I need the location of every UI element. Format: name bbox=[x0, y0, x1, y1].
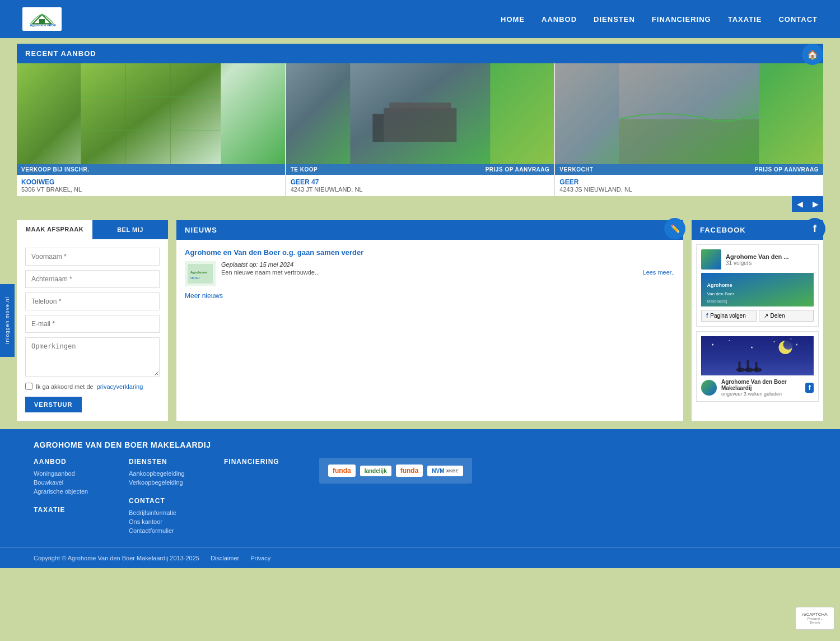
main-nav: HOME AANBOD DIENSTEN FINANCIERING TAXATI… bbox=[501, 15, 818, 24]
property-card-3[interactable]: VERKOCHT PRIJS OP AANVRAAG GEER 4243 JS … bbox=[554, 63, 823, 196]
telefoon-field[interactable] bbox=[25, 292, 160, 310]
fb-post-footer: Agrohome Van den Boer Makelaardij ongeve… bbox=[701, 379, 814, 397]
form-tabs: MAAK AFSPRAAK BEL MIJ bbox=[17, 220, 168, 239]
footer-logos-box: funda landelijk funda NVM XKBE bbox=[319, 458, 472, 484]
footer-bouwkavel[interactable]: Bouwkavel bbox=[34, 479, 106, 486]
fb-cover-image: Agrohome Van den Boer Makelaardij bbox=[701, 273, 814, 306]
fb-header-area: FACEBOOK f bbox=[692, 220, 823, 240]
svg-rect-33 bbox=[739, 361, 741, 371]
fb-follow-button[interactable]: f Pagina volgen bbox=[701, 310, 757, 322]
voornaam-field[interactable] bbox=[25, 248, 160, 266]
sidebar-label: Inloggen move.nl bbox=[4, 297, 10, 345]
svg-point-31 bbox=[783, 340, 794, 350]
svg-rect-14 bbox=[619, 119, 759, 164]
footer-contact-section: CONTACT Bedrijfsinformatie Ons kantoor C… bbox=[129, 497, 202, 534]
fb-action-buttons: f Pagina volgen ↗ Delen bbox=[701, 310, 814, 322]
footer-aanbod-title: AANBOD bbox=[34, 458, 106, 466]
fb-followers: 31 volgers bbox=[726, 260, 788, 266]
email-field[interactable] bbox=[25, 315, 160, 333]
sidebar-inloggen[interactable]: Inloggen move.nl bbox=[0, 284, 15, 357]
svg-point-29 bbox=[791, 338, 792, 340]
privacy-link[interactable]: privacyverklaring bbox=[97, 383, 143, 390]
opmerkingen-field[interactable] bbox=[25, 337, 160, 377]
property-image-3 bbox=[555, 63, 823, 164]
facebook-header: FACEBOOK bbox=[692, 220, 823, 240]
property-label-2: TE KOOP PRIJS OP AANVRAAG bbox=[286, 164, 554, 175]
nav-home[interactable]: HOME bbox=[501, 15, 525, 24]
meer-nieuws-link[interactable]: Meer nieuws bbox=[185, 292, 675, 300]
carousel-controls: ◀ ▶ bbox=[17, 196, 823, 212]
fb-post-avatar bbox=[701, 380, 717, 396]
privacy-checkbox[interactable] bbox=[25, 383, 32, 390]
logo-area[interactable]: Agrohome vBOER bbox=[22, 7, 62, 31]
property-label-3: VERKOCHT PRIJS OP AANVRAAG bbox=[555, 164, 823, 175]
footer-ons-kantoor[interactable]: Ons kantoor bbox=[129, 518, 202, 525]
fb-follow-label: Pagina volgen bbox=[710, 313, 745, 319]
fb-share-button[interactable]: ↗ Delen bbox=[759, 310, 814, 322]
footer-agrarische[interactable]: Agrarische objecten bbox=[34, 488, 106, 495]
fb-avatar bbox=[701, 249, 721, 270]
property-name-3: GEER bbox=[559, 178, 819, 186]
logo-box: Agrohome vBOER bbox=[22, 7, 62, 31]
property-address-1: 5306 VT BRAKEL, NL bbox=[21, 186, 281, 193]
footer-woningaanbod[interactable]: Woningaanbod bbox=[34, 470, 106, 477]
fb-share-icon: ↗ bbox=[764, 313, 768, 319]
funda-landelijk-logo: landelijk bbox=[360, 466, 391, 476]
svg-rect-37 bbox=[755, 362, 758, 371]
footer-bottom: Copyright © Agrohome Van den Boer Makela… bbox=[0, 547, 840, 568]
footer-col-aanbod: AANBOD Woningaanbod Bouwkavel Agrarische… bbox=[34, 458, 106, 536]
property-image-2 bbox=[286, 63, 554, 164]
next-arrow[interactable]: ▶ bbox=[808, 196, 823, 212]
svg-point-24 bbox=[712, 344, 713, 346]
svg-rect-2 bbox=[39, 19, 45, 24]
funda-logo-2: funda bbox=[396, 465, 423, 477]
property-cards: VERKOOP BIJ INSCHR. KOOIWEG 5306 VT BRAK… bbox=[17, 63, 823, 196]
svg-point-28 bbox=[796, 344, 797, 346]
footer-copyright: Copyright © Agrohome Van den Boer Makela… bbox=[34, 555, 199, 561]
recent-aanbod-section: 🏠 RECENT AANBOD bbox=[17, 44, 823, 212]
property-card-1[interactable]: VERKOOP BIJ INSCHR. KOOIWEG 5306 VT BRAK… bbox=[17, 63, 285, 196]
prev-arrow[interactable]: ◀ bbox=[792, 196, 808, 212]
nav-aanbod[interactable]: AANBOD bbox=[542, 15, 577, 24]
fb-icon-circle: f bbox=[804, 218, 825, 239]
svg-text:vBOER: vBOER bbox=[190, 276, 200, 280]
nieuws-title-header: NIEUWS bbox=[185, 226, 217, 234]
svg-point-25 bbox=[729, 340, 730, 341]
nav-diensten[interactable]: DIENSTEN bbox=[594, 15, 635, 24]
nieuws-item: Agrohome vBOER Geplaatst op: 15 mei 2024… bbox=[185, 261, 675, 286]
middle-section: MAAK AFSPRAAK BEL MIJ Ik ga akkoord met … bbox=[17, 220, 823, 421]
footer-logos-col: funda landelijk funda NVM XKBE bbox=[319, 458, 806, 536]
nvm-logo: NVM XKBE bbox=[427, 466, 463, 476]
footer-verkoopbegeleiding[interactable]: Verkoopbegeleiding bbox=[129, 479, 202, 486]
recent-aanbod-header: RECENT AANBOD bbox=[17, 44, 823, 63]
property-info-2: GEER 47 4243 JT NIEUWLAND, NL bbox=[286, 175, 554, 196]
nav-financiering[interactable]: FINANCIERING bbox=[652, 15, 711, 24]
nieuws-header: NIEUWS bbox=[176, 220, 683, 240]
footer-aankoopbegeleiding[interactable]: Aankoopbegeleiding bbox=[129, 470, 202, 477]
footer-contactformulier[interactable]: Contactformulier bbox=[129, 527, 202, 534]
svg-rect-35 bbox=[747, 360, 749, 371]
nav-contact[interactable]: CONTACT bbox=[778, 15, 818, 24]
footer-privacy-link[interactable]: Privacy bbox=[250, 555, 270, 561]
achternaam-field[interactable] bbox=[25, 270, 160, 288]
form-body: Ik ga akkoord met de privacyverklaring V… bbox=[17, 239, 168, 421]
fb-logo-small: f bbox=[706, 313, 708, 319]
submit-button[interactable]: VERSTUUR bbox=[25, 397, 82, 412]
tab-maak-afspraak[interactable]: MAAK AFSPRAAK bbox=[17, 220, 92, 239]
nav-taxatie[interactable]: TAXATIE bbox=[728, 15, 762, 24]
edit-icon-circle: ✏️ bbox=[664, 218, 685, 239]
property-card-2[interactable]: TE KOOP PRIJS OP AANVRAAG GEER 47 4243 J… bbox=[285, 63, 554, 196]
property-name-2: GEER 47 bbox=[291, 178, 550, 186]
article-title[interactable]: Agrohome en Van den Boer o.g. gaan samen… bbox=[185, 248, 675, 257]
footer-bedrijfsinformatie[interactable]: Bedrijfsinformatie bbox=[129, 509, 202, 516]
lees-meer-link[interactable]: Lees meer.. bbox=[643, 269, 675, 276]
svg-text:Van den Boer: Van den Boer bbox=[707, 291, 735, 296]
fb-post-time: ongeveer 3 weken geleden bbox=[721, 391, 801, 397]
footer-disclaimer-link[interactable]: Disclaimer bbox=[211, 555, 239, 561]
tab-bel-mij[interactable]: BEL MIJ bbox=[92, 220, 168, 239]
svg-text:Agrohome: Agrohome bbox=[190, 271, 208, 274]
property-info-1: KOOIWEG 5306 VT BRAKEL, NL bbox=[17, 175, 285, 196]
recent-aanbod-title: RECENT AANBOD bbox=[25, 49, 96, 58]
nieuws-body: Agrohome en Van den Boer o.g. gaan samen… bbox=[176, 240, 683, 308]
property-name-1: KOOIWEG bbox=[21, 178, 281, 186]
